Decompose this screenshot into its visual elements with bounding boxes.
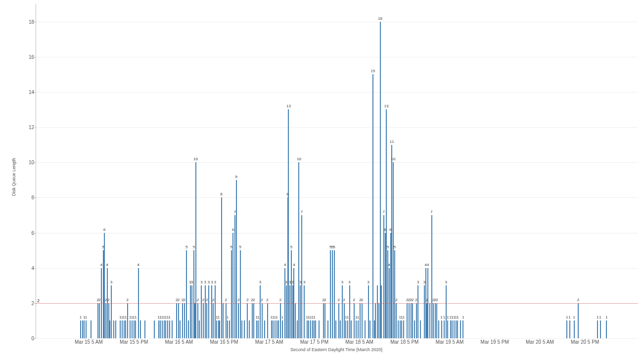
data-bar[interactable] (456, 320, 457, 338)
data-bar[interactable] (460, 320, 461, 338)
data-bar[interactable] (197, 303, 198, 338)
data-bar[interactable] (301, 215, 302, 338)
data-bar[interactable] (349, 285, 350, 338)
data-bar[interactable] (271, 320, 272, 338)
data-bar[interactable] (134, 320, 135, 338)
data-bar[interactable] (169, 320, 170, 338)
data-bar[interactable] (215, 285, 216, 338)
data-bar[interactable] (291, 250, 292, 338)
data-bar[interactable] (416, 303, 417, 338)
data-bar[interactable] (167, 320, 168, 338)
data-bar[interactable] (368, 285, 369, 338)
data-bar[interactable] (369, 320, 370, 338)
data-bar[interactable] (258, 320, 259, 338)
data-bar[interactable] (403, 320, 404, 338)
data-bar[interactable] (323, 303, 324, 338)
data-bar[interactable] (223, 303, 224, 338)
data-bar[interactable] (203, 303, 204, 338)
data-bar[interactable] (127, 303, 128, 338)
data-bar[interactable] (264, 320, 265, 338)
data-bar[interactable] (267, 303, 268, 338)
data-bar[interactable] (597, 320, 598, 338)
data-bar[interactable] (424, 285, 425, 338)
data-bar[interactable] (327, 320, 328, 338)
data-bar[interactable] (295, 303, 296, 338)
data-bar[interactable] (221, 197, 222, 338)
data-bar[interactable] (82, 320, 83, 338)
data-bar[interactable] (374, 320, 375, 338)
data-bar[interactable] (288, 109, 289, 338)
data-bar[interactable] (332, 250, 333, 338)
data-bar[interactable] (417, 285, 418, 338)
data-bar[interactable] (394, 250, 395, 338)
data-bar[interactable] (164, 320, 165, 338)
data-bar[interactable] (574, 320, 575, 338)
data-bar[interactable] (462, 320, 463, 338)
data-bar[interactable] (249, 320, 250, 338)
data-bar[interactable] (375, 303, 376, 338)
data-bar[interactable] (280, 303, 281, 338)
data-bar[interactable] (310, 320, 311, 338)
data-bar[interactable] (412, 303, 413, 338)
data-bar[interactable] (105, 303, 106, 338)
data-bar[interactable] (238, 303, 239, 338)
data-bar[interactable] (289, 285, 290, 338)
data-bar[interactable] (201, 285, 202, 338)
data-bar[interactable] (191, 285, 192, 338)
data-bar[interactable] (86, 320, 87, 338)
data-bar[interactable] (381, 285, 382, 338)
data-bar[interactable] (358, 320, 359, 338)
data-bar[interactable] (446, 285, 447, 338)
data-bar[interactable] (433, 303, 434, 338)
data-bar[interactable] (115, 320, 116, 338)
data-bar[interactable] (429, 303, 430, 338)
data-bar[interactable] (124, 320, 125, 338)
data-bar[interactable] (566, 320, 567, 338)
data-bar[interactable] (578, 303, 579, 338)
data-bar[interactable] (103, 250, 104, 338)
data-bar[interactable] (211, 285, 212, 338)
data-bar[interactable] (227, 320, 228, 338)
data-bar[interactable] (438, 320, 439, 338)
data-bar[interactable] (260, 285, 261, 338)
data-bar[interactable] (452, 320, 453, 338)
data-bar[interactable] (450, 320, 451, 338)
data-bar[interactable] (385, 233, 386, 338)
data-bar[interactable] (360, 303, 361, 338)
data-bar[interactable] (165, 320, 166, 338)
data-bar[interactable] (315, 320, 316, 338)
data-bar[interactable] (80, 320, 81, 338)
data-bar[interactable] (304, 285, 305, 338)
data-bar[interactable] (300, 285, 301, 338)
data-bar[interactable] (97, 303, 98, 338)
data-bar[interactable] (351, 320, 352, 338)
data-bar[interactable] (401, 320, 402, 338)
data-bar[interactable] (393, 162, 394, 338)
data-bar[interactable] (362, 303, 363, 338)
data-bar[interactable] (160, 320, 161, 338)
data-bar[interactable] (176, 303, 177, 338)
data-bar[interactable] (247, 303, 248, 338)
data-bar[interactable] (441, 320, 442, 338)
data-bar[interactable] (172, 320, 173, 338)
data-bar[interactable] (414, 320, 415, 338)
data-bar[interactable] (195, 162, 196, 338)
data-bar[interactable] (390, 233, 391, 338)
data-bar[interactable] (282, 320, 283, 338)
data-bar[interactable] (407, 303, 408, 338)
data-bar[interactable] (109, 320, 110, 338)
data-bar[interactable] (386, 109, 387, 338)
data-bar[interactable] (420, 320, 421, 338)
data-bar[interactable] (199, 320, 200, 338)
data-bar[interactable] (234, 215, 235, 338)
data-bar[interactable] (180, 320, 181, 338)
data-bar[interactable] (365, 320, 366, 338)
data-bar[interactable] (253, 303, 254, 338)
data-bar[interactable] (158, 320, 159, 338)
data-bar[interactable] (606, 320, 607, 338)
data-bar[interactable] (140, 320, 141, 338)
data-bar[interactable] (411, 303, 412, 338)
data-bar[interactable] (113, 320, 114, 338)
data-bar[interactable] (132, 320, 133, 338)
data-bar[interactable] (335, 320, 336, 338)
